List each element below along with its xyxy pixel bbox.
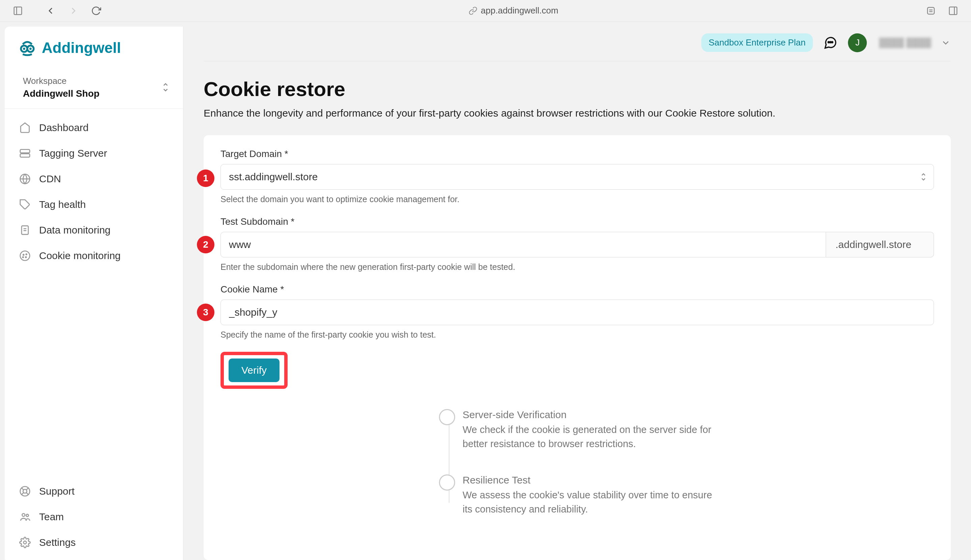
sidebar-item-label: Data monitoring: [39, 224, 110, 236]
page-subtitle: Enhance the longevity and performance of…: [204, 107, 951, 119]
svg-point-24: [23, 489, 27, 493]
svg-point-22: [23, 257, 23, 258]
link-icon: [469, 7, 477, 15]
sidebar-item-support[interactable]: Support: [10, 478, 178, 504]
svg-rect-5: [949, 7, 957, 15]
field-label: Test Subdomain *: [221, 216, 934, 227]
svg-rect-0: [14, 7, 22, 15]
svg-point-18: [20, 251, 30, 260]
subdomain-input[interactable]: [221, 232, 826, 257]
chevron-updown-icon: [920, 172, 927, 182]
chevron-updown-icon: [162, 82, 170, 93]
sidebar-item-settings[interactable]: Settings: [10, 530, 178, 555]
step-circle-icon: [439, 474, 455, 491]
gear-icon: [19, 537, 31, 548]
field-target-domain: 1 Target Domain * sst.addingwell.store S…: [221, 148, 934, 204]
sidebar-item-label: Team: [39, 511, 64, 523]
verify-button[interactable]: Verify: [229, 358, 279, 382]
cookie-name-input[interactable]: [221, 300, 934, 325]
home-icon: [19, 122, 31, 134]
sidebar-item-cdn[interactable]: CDN: [10, 166, 178, 192]
chat-icon[interactable]: [822, 35, 839, 51]
step-badge-3: 3: [197, 303, 214, 321]
forward-icon: [65, 3, 82, 19]
sidebar-item-label: CDN: [39, 173, 61, 185]
tag-icon: [19, 198, 31, 211]
svg-rect-2: [928, 7, 934, 14]
svg-point-29: [22, 513, 25, 517]
svg-point-31: [23, 541, 27, 544]
logo-icon: [18, 39, 37, 57]
svg-point-34: [832, 42, 833, 43]
address-bar[interactable]: app.addingwell.com: [469, 5, 558, 16]
svg-line-27: [26, 488, 28, 490]
sidebar-item-tagging-server[interactable]: Tagging Server: [10, 140, 178, 166]
plan-badge[interactable]: Sandbox Enterprise Plan: [701, 33, 813, 52]
page-title: Cookie restore: [204, 77, 951, 101]
reload-icon[interactable]: [89, 3, 104, 18]
lifebuoy-icon: [19, 485, 31, 497]
sidebar-item-label: Support: [39, 485, 75, 497]
select-value: sst.addingwell.store: [229, 171, 318, 182]
svg-line-26: [26, 493, 28, 495]
svg-point-10: [29, 48, 32, 50]
svg-line-25: [22, 488, 23, 490]
field-cookie-name: 3 Cookie Name * Specify the name of the …: [221, 284, 934, 340]
field-help: Specify the name of the first-party cook…: [221, 330, 934, 340]
globe-icon: [19, 173, 31, 185]
nav-list: Dashboard Tagging Server CDN Tag health …: [5, 109, 183, 474]
step-resilience: Resilience Test We assess the cookie's v…: [463, 474, 715, 516]
step-circle-icon: [439, 409, 455, 425]
topbar: Sandbox Enterprise Plan J ████ ████: [204, 27, 951, 61]
field-help: Select the domain you want to optimize c…: [221, 194, 934, 204]
sidebar-item-label: Tag health: [39, 199, 86, 210]
target-domain-select[interactable]: sst.addingwell.store: [221, 164, 934, 190]
sidebar: Addingwell Workspace Addingwell Shop Das…: [5, 27, 184, 560]
field-label: Cookie Name *: [221, 284, 934, 295]
sidebar-item-label: Dashboard: [39, 122, 89, 133]
url-text: app.addingwell.com: [481, 5, 558, 16]
step-title: Server-side Verification: [463, 409, 715, 420]
sidebar-item-cookie-monitoring[interactable]: Cookie monitoring: [10, 243, 178, 268]
tabs-icon[interactable]: [945, 3, 961, 18]
sidebar-item-label: Cookie monitoring: [39, 250, 121, 262]
form-card: 1 Target Domain * sst.addingwell.store S…: [204, 135, 951, 560]
sidebar-item-label: Settings: [39, 537, 75, 548]
svg-rect-11: [20, 149, 30, 153]
reader-icon[interactable]: [923, 3, 939, 18]
svg-point-32: [828, 42, 829, 43]
clipboard-icon: [19, 224, 31, 236]
nav-bottom: Support Team Settings: [5, 474, 183, 560]
verification-steps: Server-side Verification We check if the…: [439, 409, 715, 516]
step-desc: We assess the cookie's value stability o…: [463, 488, 715, 516]
sidebar-item-dashboard[interactable]: Dashboard: [10, 115, 178, 140]
avatar[interactable]: J: [848, 33, 867, 52]
sidebar-toggle-icon[interactable]: [10, 3, 26, 18]
sidebar-item-team[interactable]: Team: [10, 504, 178, 530]
svg-point-33: [830, 42, 831, 43]
brand-logo[interactable]: Addingwell: [5, 27, 183, 67]
team-icon: [19, 511, 31, 523]
field-label: Target Domain *: [221, 148, 934, 159]
sidebar-item-label: Tagging Server: [39, 148, 107, 159]
workspace-switcher[interactable]: Workspace Addingwell Shop: [5, 67, 183, 109]
server-icon: [19, 147, 31, 159]
subdomain-suffix: .addingwell.store: [826, 232, 934, 257]
brand-name: Addingwell: [42, 39, 121, 56]
workspace-name: Addingwell Shop: [23, 88, 99, 99]
sidebar-item-data-monitoring[interactable]: Data monitoring: [10, 217, 178, 243]
verify-highlight: Verify: [221, 352, 287, 389]
field-help: Enter the subdomain where the new genera…: [221, 262, 934, 272]
svg-line-28: [22, 493, 23, 495]
cookie-icon: [19, 250, 31, 262]
svg-point-30: [26, 514, 28, 517]
chevron-down-icon[interactable]: [941, 38, 951, 48]
svg-point-9: [23, 48, 25, 50]
svg-point-20: [26, 254, 27, 255]
field-test-subdomain: 2 Test Subdomain * .addingwell.store Ent…: [221, 216, 934, 272]
back-icon[interactable]: [42, 3, 58, 19]
main-content: Sandbox Enterprise Plan J ████ ████ Cook…: [184, 27, 971, 560]
step-desc: We check if the cookie is generated on t…: [463, 423, 715, 451]
svg-point-19: [23, 254, 24, 255]
sidebar-item-tag-health[interactable]: Tag health: [10, 192, 178, 217]
